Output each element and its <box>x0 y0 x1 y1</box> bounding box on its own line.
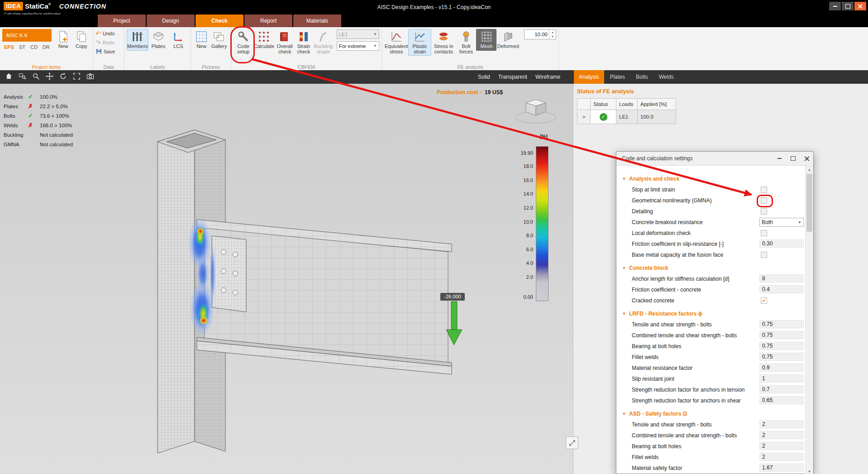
dialog-section-header[interactable]: ▼ Concrete block <box>616 262 806 273</box>
mode-cd[interactable]: CD <box>30 44 38 50</box>
view-mode-wireframe[interactable]: Wireframe <box>535 74 560 80</box>
stress-in-contacts-toggle[interactable]: Stress in contacts <box>431 29 456 56</box>
plastic-strain-toggle[interactable]: Plastic strain <box>408 29 431 56</box>
ribbon-tab-materials[interactable]: Materials <box>293 14 341 27</box>
mesh-toggle[interactable]: Mesh <box>476 29 496 51</box>
checkbox[interactable] <box>761 208 767 215</box>
panel-tab-analysis[interactable]: Analysis <box>574 70 604 84</box>
labels-members-toggle[interactable]: Members <box>127 29 148 51</box>
load-case-dropdown[interactable]: LE1▼ <box>337 29 379 39</box>
value-field[interactable]: 2 <box>759 431 804 439</box>
undo-button[interactable]: ↶Undo <box>95 29 115 37</box>
copy-item-button[interactable]: Copy <box>72 29 91 51</box>
collapse-triangle-icon[interactable]: ▼ <box>619 311 629 316</box>
viewport-3d[interactable]: -26.000 Analysis ✓ 100.0% Plates ✗ 22.2 … <box>0 84 573 474</box>
buckling-shape-button[interactable]: Buckling shape <box>313 29 334 56</box>
close-button[interactable] <box>854 2 866 10</box>
value-field[interactable]: 8 <box>759 274 804 282</box>
labels-lcs-toggle[interactable]: LCS <box>168 29 188 51</box>
collapse-triangle-icon[interactable]: ▼ <box>619 266 629 270</box>
spinner-up-icon[interactable]: ▲ <box>549 30 556 34</box>
scroll-up-icon[interactable]: ▲ <box>806 166 813 173</box>
code-setup-button[interactable]: Code setup <box>234 29 253 56</box>
mode-st[interactable]: ST <box>19 44 25 50</box>
value-field[interactable]: 0.4 <box>759 285 804 293</box>
value-field[interactable]: 0.75 <box>759 342 804 350</box>
dialog-minimize-button[interactable] <box>773 152 786 165</box>
status-row-analysis[interactable]: Analysis ✓ 100.0% <box>4 92 108 101</box>
view-mode-transparent[interactable]: Transparent <box>498 74 527 80</box>
deformed-scale-spinner[interactable]: 10.00 ▲▼ <box>524 29 556 39</box>
status-row-bolts[interactable]: Bolts ✓ 73.6 < 100% <box>4 111 108 120</box>
view-mode-solid[interactable]: Solid <box>478 74 490 80</box>
dialog-section-header[interactable]: ▼ Analysis and check <box>616 173 806 184</box>
navigation-cube[interactable] <box>516 100 556 123</box>
mode-dr[interactable]: DR <box>43 44 50 50</box>
overall-check-button[interactable]: Overall check <box>275 29 295 56</box>
redo-button[interactable]: ↷Redo <box>95 38 115 46</box>
value-field[interactable]: 2 <box>759 420 804 428</box>
deformed-toggle[interactable]: Deformed <box>496 29 519 51</box>
zoom-window-button[interactable] <box>15 70 29 84</box>
status-row-plates[interactable]: Plates ✗ 22.2 > 5.0% <box>4 101 108 111</box>
new-item-button[interactable]: New <box>54 29 72 51</box>
checkbox[interactable] <box>761 230 767 236</box>
dialog-scrollbar[interactable]: ▲ ▼ <box>805 166 813 474</box>
ribbon-tab-design[interactable]: Design <box>147 14 195 27</box>
ribbon-tab-project[interactable]: Project <box>98 14 146 27</box>
checkbox[interactable] <box>761 197 767 204</box>
value-field[interactable]: 0.65 <box>759 396 804 404</box>
expand-panel-button[interactable] <box>566 436 578 449</box>
checkbox[interactable] <box>761 252 767 258</box>
checkbox[interactable]: ✓ <box>761 297 767 304</box>
picture-gallery-button[interactable]: Gallery <box>210 29 229 51</box>
status-row-gmna[interactable]: GMNA Not calculated <box>4 139 108 149</box>
dropdown[interactable]: Both▼ <box>759 218 804 227</box>
checkbox[interactable] <box>761 187 767 193</box>
dialog-title-bar[interactable]: Code and calculation settings <box>616 152 813 166</box>
equivalent-stress-toggle[interactable]: Equivalent stress <box>384 29 408 56</box>
camera-button[interactable] <box>83 70 97 84</box>
calculate-button[interactable]: Calculate <box>253 29 275 51</box>
value-field[interactable]: 0.75 <box>759 331 804 339</box>
value-field[interactable]: 0.9 <box>759 364 804 372</box>
value-field[interactable]: 0.7 <box>759 385 804 393</box>
picture-new-button[interactable]: New <box>193 29 210 51</box>
status-row-buckling[interactable]: Buckling Not calculated <box>4 130 108 139</box>
save-button[interactable]: Save <box>95 48 115 55</box>
maximize-button[interactable] <box>842 2 854 10</box>
value-field[interactable]: 0.30 <box>759 239 804 248</box>
spinner-down-icon[interactable]: ▼ <box>549 34 556 39</box>
panel-tab-bolts[interactable]: Bolts <box>631 70 653 84</box>
bolt-forces-toggle[interactable]: Bolt forces <box>456 29 476 56</box>
value-field[interactable]: 0.75 <box>759 353 804 361</box>
value-field[interactable]: 2 <box>759 453 804 461</box>
fit-button[interactable] <box>70 70 83 84</box>
fe-table-row[interactable]: > ✓ LE1 100.0 <box>577 110 676 124</box>
collapse-triangle-icon[interactable]: ▼ <box>619 412 629 416</box>
labels-plates-toggle[interactable]: Plates <box>148 29 168 51</box>
extreme-dropdown[interactable]: For extreme▼ <box>337 41 379 51</box>
mode-eps[interactable]: EPS <box>4 44 14 50</box>
panel-tab-plates[interactable]: Plates <box>605 70 630 84</box>
pan-button[interactable] <box>43 70 56 84</box>
dialog-maximize-button[interactable] <box>786 152 800 165</box>
dialog-section-header[interactable]: ▼ ASD - Safety factors Ω <box>616 408 806 419</box>
value-field[interactable]: 1.67 <box>759 464 804 472</box>
panel-tab-welds[interactable]: Welds <box>654 70 679 84</box>
dialog-close-button[interactable] <box>800 152 813 165</box>
home-button[interactable] <box>2 70 15 84</box>
row-expander[interactable]: > <box>577 110 591 124</box>
value-field[interactable]: 2 <box>759 442 804 450</box>
status-row-welds[interactable]: Welds ✗ 168.0 > 100% <box>4 120 108 130</box>
value-field[interactable]: 1 <box>759 374 804 383</box>
ribbon-tab-check[interactable]: Check <box>196 14 243 27</box>
zoom-button[interactable] <box>29 70 43 84</box>
minimize-button[interactable] <box>829 2 841 10</box>
dialog-section-header[interactable]: ▼ LRFD - Resistance factors ϕ <box>616 308 806 319</box>
collapse-triangle-icon[interactable]: ▼ <box>619 177 629 181</box>
fin-plate[interactable] <box>212 236 246 312</box>
scrollbar-thumb[interactable] <box>806 174 812 232</box>
ribbon-tab-report[interactable]: Report <box>244 14 292 27</box>
strain-check-button[interactable]: Strain check <box>295 29 313 56</box>
